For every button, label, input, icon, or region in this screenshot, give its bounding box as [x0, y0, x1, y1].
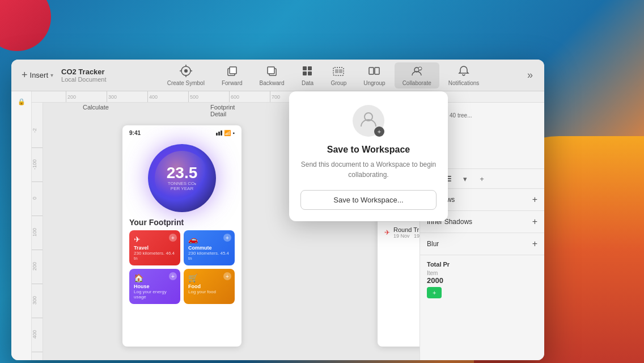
popup-title: Save to Workspace — [327, 145, 410, 155]
app-window: + Insert ▾ CO2 Tracker Local Document — [11, 60, 544, 360]
popup-avatar: + — [353, 105, 384, 137]
bg-blob-red — [0, 0, 51, 51]
popup-description: Send this document to a Workspace to beg… — [300, 159, 437, 180]
popup-overlay: + Save to Workspace Send this document t… — [11, 60, 544, 360]
save-popup: + Save to Workspace Send this document t… — [289, 91, 448, 221]
save-to-workspace-button[interactable]: Save to Workspace... — [300, 190, 437, 210]
popup-avatar-plus-icon: + — [374, 126, 384, 137]
